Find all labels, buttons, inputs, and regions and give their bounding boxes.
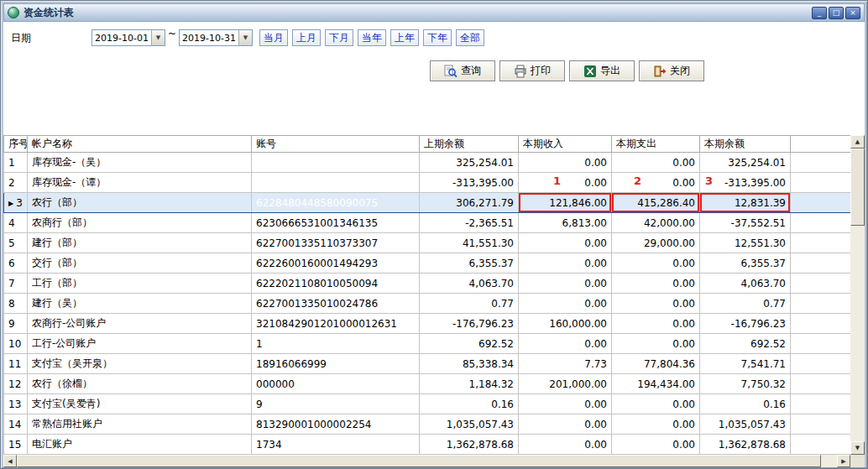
cell: 121,846.00 [519,193,612,213]
table-row[interactable]: ▶3农行（部）6228480448580090075306,271.79121,… [4,193,851,213]
close-button[interactable]: 关闭 [639,60,704,81]
cell: 415,286.40 [612,193,700,213]
cell: 工行（部） [28,274,252,294]
cell: 0.00 [612,294,700,314]
horizontal-scrollbar[interactable]: ◀ ▶ [3,455,850,467]
table-row[interactable]: 11支付宝（吴开泉）1891606699985,338.347.7377,804… [4,354,851,374]
app-window: 资金统计表 _ □ × 日期 2019-10-01 ▼ ~ 2019-10-31… [0,0,868,469]
cell: 813290001000002254 [252,414,420,435]
chevron-down-icon[interactable]: ▼ [151,30,165,45]
cell: 0.00 [519,153,612,173]
cell [791,153,851,173]
date-from-combobox[interactable]: 2019-10-01 ▼ [92,29,165,46]
query-button[interactable]: 查询 [430,60,495,81]
column-header [791,136,851,153]
printer-icon [514,65,527,78]
table-row[interactable]: 7工行（部）62220211080100500944,063.700.000.0… [4,274,851,294]
table-row[interactable]: 5建行（部）622700133511037330741,551.300.0029… [4,233,851,253]
cell: 0.00 [519,233,612,253]
cell: 建行（吴） [28,294,252,314]
cell: 库存现金-（谭） [28,173,252,193]
cell: 0.00 [519,394,612,414]
table-body: 1库存现金-（吴）325,254.010.000.00325,254.012库存… [4,153,851,455]
date-to-combobox[interactable]: 2019-10-31 ▼ [179,29,253,46]
cell: 0.00 [519,294,612,314]
cell [791,173,851,193]
table-row[interactable]: 13支付宝(吴爱青)90.160.000.000.16 [4,394,851,414]
titlebar[interactable]: 资金统计表 _ □ × [3,3,865,22]
table-row[interactable]: 4农商行（部）6230666531001346135-2,365.516,813… [4,213,851,233]
cell: 29,000.00 [612,233,700,253]
cell: 0.00 [519,414,612,435]
cell [791,233,851,253]
cell: 692.52 [420,334,519,354]
current-month-button[interactable]: 当月 [259,29,288,46]
date-label: 日期 [11,31,92,45]
cell: 18916066999 [252,354,420,374]
table-row[interactable]: 6交行（部）62226001600014942936,355.370.000.0… [4,253,851,274]
print-button[interactable]: 打印 [499,60,565,81]
minimize-button[interactable]: _ [812,7,827,19]
current-year-button[interactable]: 当年 [358,29,386,46]
cell [252,173,420,193]
window-close-button[interactable]: × [845,7,860,19]
cell [791,213,851,233]
table-row[interactable]: 8建行（吴）62270013350100247860.770.000.000.7… [4,294,851,314]
cell [791,193,851,213]
next-year-button[interactable]: 下年 [423,29,452,46]
column-header: 本期支出 [612,136,700,153]
row-number-cell: ▶3 [4,193,28,213]
next-month-button[interactable]: 下月 [325,29,353,46]
table-row[interactable]: 12农行（徐榴）0000001,184.32201,000.00194,434.… [4,374,851,394]
scroll-left-button[interactable]: ◀ [3,455,17,467]
grid-area: 序号帐户名称账号上期余额本期收入本期支出本期余额 1库存现金-（吴）325,25… [3,135,865,467]
cell: 农行（徐榴） [28,374,252,394]
table-row[interactable]: 10工行-公司账户1692.520.000.00692.52 [4,334,851,354]
export-button[interactable]: 导出 [569,60,635,81]
action-bar: 查询 打印 导出 关闭 [430,60,709,81]
vertical-scrollbar[interactable]: ▲ ▼ [850,135,865,455]
cell: 7,541.71 [700,354,791,374]
cell: 7,750.32 [700,374,791,394]
cell: 325,254.01 [420,153,519,173]
cell: 325,254.01 [700,153,791,173]
maximize-button[interactable]: □ [829,7,844,19]
cell: 77,804.36 [612,354,700,374]
cell: 0.00 [612,414,700,435]
scrollbar-corner [850,455,865,467]
cell [791,354,851,374]
cell [791,274,851,294]
cell: 支付宝(吴爱青) [28,394,252,414]
prev-year-button[interactable]: 上年 [390,29,419,46]
cell: 1,362,878.68 [700,435,791,455]
row-indicator-icon: ▶ [8,200,13,207]
prev-month-button[interactable]: 上月 [292,29,321,46]
scroll-up-button[interactable]: ▲ [850,135,865,149]
chevron-down-icon[interactable]: ▼ [238,30,252,45]
table-row[interactable]: 14常熟信用社账户8132900010000022541,035,057.430… [4,414,851,435]
table-row[interactable]: 9农商行-公司账户3210842901201000012631-176,796.… [4,314,851,334]
cell: 0.16 [420,394,519,414]
range-separator: ~ [168,29,176,38]
annotation-number: 3 [705,175,713,187]
query-button-label: 查询 [461,64,481,78]
date-from-value: 2019-10-01 [92,33,151,44]
table-row[interactable]: 2库存现金-（谭）-313,395.000.000.00-313,395.00 [4,173,851,193]
cell [791,334,851,354]
vertical-scroll-thumb[interactable] [850,149,865,226]
table-row[interactable]: 15电汇账户17341,362,878.680.000.001,362,878.… [4,435,851,455]
horizontal-scroll-thumb[interactable] [17,455,821,467]
cell: 农商行（部） [28,213,252,233]
scroll-right-button[interactable]: ▶ [837,455,850,467]
filter-bar: 日期 2019-10-01 ▼ ~ 2019-10-31 ▼ 当月上月下月当年上… [11,29,489,46]
data-table: 序号帐户名称账号上期余额本期收入本期支出本期余额 1库存现金-（吴）325,25… [3,135,851,455]
period-button-group: 当月上月下月当年上年下年全部 [259,29,489,46]
cell: 农商行-公司账户 [28,314,252,334]
cell: -37,552.51 [700,213,791,233]
cell [252,153,420,173]
table-row[interactable]: 1库存现金-（吴）325,254.010.000.00325,254.01 [4,153,851,173]
all-button[interactable]: 全部 [456,29,484,46]
scroll-down-button[interactable]: ▼ [850,441,865,455]
row-number-cell: 15 [4,435,28,455]
cell [791,294,851,314]
